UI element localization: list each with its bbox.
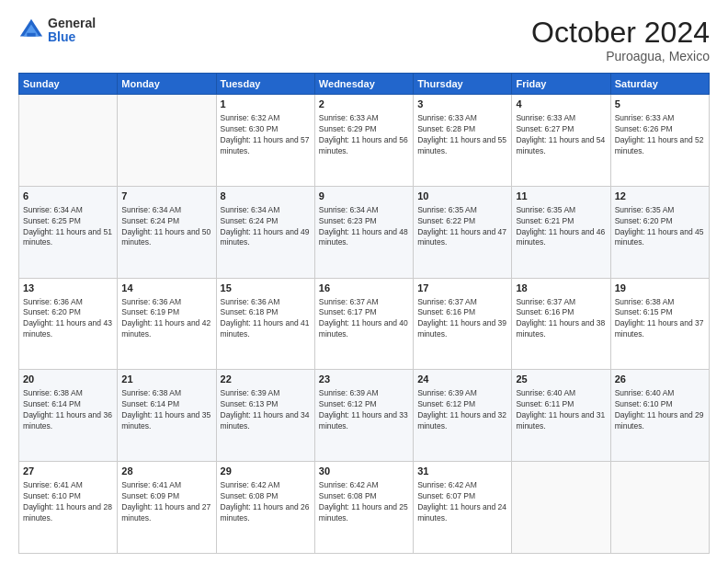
day-info: Sunrise: 6:38 AM Sunset: 6:15 PM Dayligh… bbox=[615, 297, 705, 341]
day-info: Sunrise: 6:32 AM Sunset: 6:30 PM Dayligh… bbox=[221, 113, 311, 157]
calendar-cell: 31Sunrise: 6:42 AM Sunset: 6:07 PM Dayli… bbox=[414, 462, 512, 554]
calendar-cell: 12Sunrise: 6:35 AM Sunset: 6:20 PM Dayli… bbox=[610, 186, 709, 278]
calendar-cell: 13Sunrise: 6:36 AM Sunset: 6:20 PM Dayli… bbox=[19, 278, 118, 370]
calendar-cell: 25Sunrise: 6:40 AM Sunset: 6:11 PM Dayli… bbox=[512, 370, 610, 462]
calendar-cell: 15Sunrise: 6:36 AM Sunset: 6:18 PM Dayli… bbox=[216, 278, 314, 370]
day-number: 26 bbox=[615, 373, 705, 386]
day-number: 17 bbox=[417, 282, 507, 295]
calendar-cell: 22Sunrise: 6:39 AM Sunset: 6:13 PM Dayli… bbox=[216, 370, 314, 462]
calendar-cell bbox=[512, 462, 610, 554]
calendar-cell: 16Sunrise: 6:37 AM Sunset: 6:17 PM Dayli… bbox=[314, 278, 413, 370]
weekday-header-tuesday: Tuesday bbox=[216, 74, 314, 95]
calendar-cell: 18Sunrise: 6:37 AM Sunset: 6:16 PM Dayli… bbox=[512, 278, 610, 370]
calendar-cell: 14Sunrise: 6:36 AM Sunset: 6:19 PM Dayli… bbox=[118, 278, 216, 370]
calendar-cell: 20Sunrise: 6:38 AM Sunset: 6:14 PM Dayli… bbox=[19, 370, 118, 462]
calendar-cell bbox=[610, 462, 709, 554]
day-number: 30 bbox=[319, 465, 409, 478]
title-block: October 2024 Puroagua, Mexico bbox=[531, 17, 710, 63]
day-info: Sunrise: 6:34 AM Sunset: 6:25 PM Dayligh… bbox=[23, 205, 113, 249]
day-number: 24 bbox=[417, 373, 507, 386]
day-info: Sunrise: 6:39 AM Sunset: 6:12 PM Dayligh… bbox=[319, 388, 409, 432]
logo-general-text: General bbox=[48, 17, 96, 30]
day-info: Sunrise: 6:35 AM Sunset: 6:21 PM Dayligh… bbox=[516, 205, 606, 249]
calendar-cell: 5Sunrise: 6:33 AM Sunset: 6:26 PM Daylig… bbox=[610, 95, 709, 187]
day-info: Sunrise: 6:40 AM Sunset: 6:11 PM Dayligh… bbox=[516, 388, 606, 432]
weekday-header-sunday: Sunday bbox=[19, 74, 118, 95]
day-number: 6 bbox=[23, 190, 113, 203]
day-info: Sunrise: 6:36 AM Sunset: 6:19 PM Dayligh… bbox=[121, 297, 211, 341]
day-info: Sunrise: 6:38 AM Sunset: 6:14 PM Dayligh… bbox=[23, 388, 113, 432]
calendar-week-row: 6Sunrise: 6:34 AM Sunset: 6:25 PM Daylig… bbox=[19, 186, 710, 278]
day-number: 2 bbox=[319, 98, 409, 111]
day-number: 1 bbox=[221, 98, 311, 111]
day-number: 31 bbox=[417, 465, 507, 478]
day-info: Sunrise: 6:42 AM Sunset: 6:07 PM Dayligh… bbox=[417, 480, 507, 524]
month-title: October 2024 bbox=[531, 17, 710, 49]
calendar-cell: 2Sunrise: 6:33 AM Sunset: 6:29 PM Daylig… bbox=[314, 95, 413, 187]
calendar-cell: 3Sunrise: 6:33 AM Sunset: 6:28 PM Daylig… bbox=[414, 95, 512, 187]
calendar-cell bbox=[118, 95, 216, 187]
day-info: Sunrise: 6:41 AM Sunset: 6:10 PM Dayligh… bbox=[23, 480, 113, 524]
calendar-cell: 30Sunrise: 6:42 AM Sunset: 6:08 PM Dayli… bbox=[314, 462, 413, 554]
day-number: 14 bbox=[121, 282, 211, 295]
location-subtitle: Puroagua, Mexico bbox=[531, 49, 710, 63]
day-number: 25 bbox=[516, 373, 606, 386]
calendar-cell: 29Sunrise: 6:42 AM Sunset: 6:08 PM Dayli… bbox=[216, 462, 314, 554]
weekday-header-friday: Friday bbox=[512, 74, 610, 95]
logo-blue-text: Blue bbox=[48, 30, 96, 44]
day-number: 16 bbox=[319, 282, 409, 295]
day-number: 9 bbox=[319, 190, 409, 203]
day-number: 23 bbox=[319, 373, 409, 386]
calendar-cell: 1Sunrise: 6:32 AM Sunset: 6:30 PM Daylig… bbox=[216, 95, 314, 187]
calendar-cell: 26Sunrise: 6:40 AM Sunset: 6:10 PM Dayli… bbox=[610, 370, 709, 462]
day-number: 21 bbox=[121, 373, 211, 386]
calendar-table: SundayMondayTuesdayWednesdayThursdayFrid… bbox=[18, 73, 710, 554]
day-info: Sunrise: 6:33 AM Sunset: 6:26 PM Dayligh… bbox=[615, 113, 705, 157]
calendar-cell: 19Sunrise: 6:38 AM Sunset: 6:15 PM Dayli… bbox=[610, 278, 709, 370]
day-info: Sunrise: 6:37 AM Sunset: 6:16 PM Dayligh… bbox=[417, 297, 507, 341]
logo: General Blue bbox=[18, 17, 96, 45]
calendar-cell: 10Sunrise: 6:35 AM Sunset: 6:22 PM Dayli… bbox=[414, 186, 512, 278]
day-number: 4 bbox=[516, 98, 606, 111]
day-info: Sunrise: 6:40 AM Sunset: 6:10 PM Dayligh… bbox=[615, 388, 705, 432]
day-number: 5 bbox=[615, 98, 705, 111]
calendar-cell: 27Sunrise: 6:41 AM Sunset: 6:10 PM Dayli… bbox=[19, 462, 118, 554]
day-info: Sunrise: 6:41 AM Sunset: 6:09 PM Dayligh… bbox=[121, 480, 211, 524]
day-number: 15 bbox=[221, 282, 311, 295]
calendar-cell: 9Sunrise: 6:34 AM Sunset: 6:23 PM Daylig… bbox=[314, 186, 413, 278]
day-info: Sunrise: 6:33 AM Sunset: 6:29 PM Dayligh… bbox=[319, 113, 409, 157]
calendar-cell bbox=[19, 95, 118, 187]
day-number: 12 bbox=[615, 190, 705, 203]
calendar-cell: 4Sunrise: 6:33 AM Sunset: 6:27 PM Daylig… bbox=[512, 95, 610, 187]
day-info: Sunrise: 6:36 AM Sunset: 6:18 PM Dayligh… bbox=[221, 297, 311, 341]
day-info: Sunrise: 6:42 AM Sunset: 6:08 PM Dayligh… bbox=[221, 480, 311, 524]
weekday-header-thursday: Thursday bbox=[414, 74, 512, 95]
calendar-cell: 17Sunrise: 6:37 AM Sunset: 6:16 PM Dayli… bbox=[414, 278, 512, 370]
day-number: 7 bbox=[121, 190, 211, 203]
calendar-cell: 21Sunrise: 6:38 AM Sunset: 6:14 PM Dayli… bbox=[118, 370, 216, 462]
day-info: Sunrise: 6:35 AM Sunset: 6:20 PM Dayligh… bbox=[615, 205, 705, 249]
weekday-header-wednesday: Wednesday bbox=[314, 74, 413, 95]
day-number: 29 bbox=[221, 465, 311, 478]
calendar-cell: 6Sunrise: 6:34 AM Sunset: 6:25 PM Daylig… bbox=[19, 186, 118, 278]
day-number: 10 bbox=[417, 190, 507, 203]
day-number: 18 bbox=[516, 282, 606, 295]
day-info: Sunrise: 6:35 AM Sunset: 6:22 PM Dayligh… bbox=[417, 205, 507, 249]
day-info: Sunrise: 6:36 AM Sunset: 6:20 PM Dayligh… bbox=[23, 297, 113, 341]
day-number: 3 bbox=[417, 98, 507, 111]
day-info: Sunrise: 6:34 AM Sunset: 6:24 PM Dayligh… bbox=[221, 205, 311, 249]
day-number: 22 bbox=[221, 373, 311, 386]
logo-icon bbox=[18, 17, 44, 43]
day-number: 20 bbox=[23, 373, 113, 386]
calendar-cell: 23Sunrise: 6:39 AM Sunset: 6:12 PM Dayli… bbox=[314, 370, 413, 462]
day-number: 19 bbox=[615, 282, 705, 295]
day-number: 28 bbox=[121, 465, 211, 478]
day-info: Sunrise: 6:39 AM Sunset: 6:12 PM Dayligh… bbox=[417, 388, 507, 432]
calendar-cell: 8Sunrise: 6:34 AM Sunset: 6:24 PM Daylig… bbox=[216, 186, 314, 278]
svg-rect-2 bbox=[27, 33, 35, 37]
day-number: 8 bbox=[221, 190, 311, 203]
day-number: 27 bbox=[23, 465, 113, 478]
logo-text: General Blue bbox=[48, 17, 96, 45]
header: General Blue October 2024 Puroagua, Mexi… bbox=[18, 17, 710, 63]
day-info: Sunrise: 6:37 AM Sunset: 6:17 PM Dayligh… bbox=[319, 297, 409, 341]
